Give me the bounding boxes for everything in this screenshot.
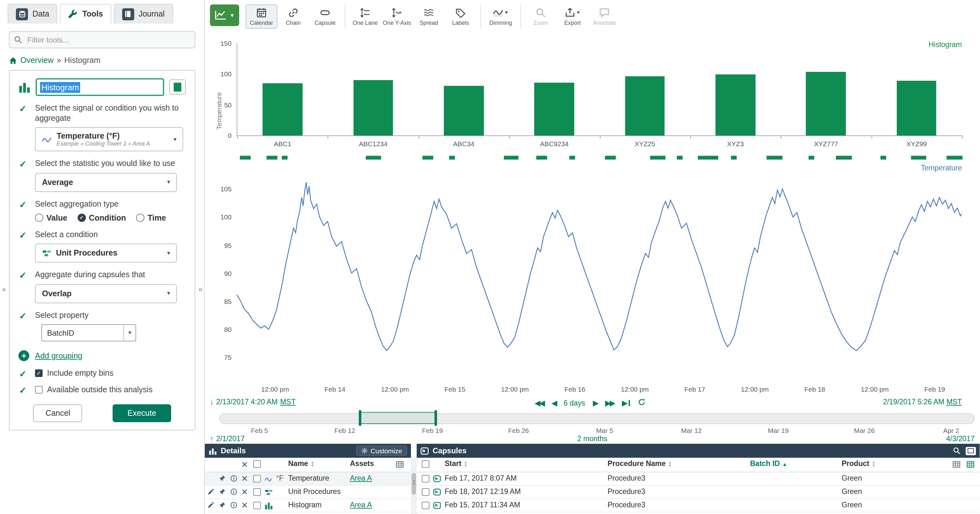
item-name[interactable]: Temperature [288, 474, 329, 482]
condition-dropdown[interactable]: Unit Procedures [35, 243, 177, 263]
toolbar-dimming[interactable]: Dimming [485, 5, 517, 29]
step-to-end-icon[interactable] [622, 398, 630, 408]
hist-bar-abc1[interactable] [263, 83, 302, 135]
capsule-marker[interactable] [677, 156, 682, 160]
available-outside-checkbox[interactable] [35, 386, 43, 394]
capsule-marker[interactable] [957, 156, 963, 160]
pin-icon[interactable] [219, 488, 226, 497]
capsule-marker[interactable] [513, 156, 519, 160]
toolbar-capsule[interactable]: Capsule [309, 5, 341, 29]
display-range-start[interactable]: ↓ 2/13/2017 4:20 AM MST [210, 398, 296, 406]
hist-bar-abc1234[interactable] [353, 80, 393, 135]
hist-bar-xyz3[interactable] [715, 75, 755, 135]
add-grouping-link[interactable]: Add grouping [35, 352, 83, 360]
view-selector-button[interactable] [210, 5, 239, 26]
capsule-marker[interactable] [245, 156, 250, 160]
details-row[interactable]: °F Temperature Area A [205, 472, 411, 486]
edit-icon[interactable] [207, 488, 215, 497]
capsule-marker[interactable] [921, 156, 926, 160]
add-column-icon[interactable] [396, 460, 404, 470]
item-name[interactable]: Unit Procedures [288, 488, 340, 495]
collapse-panel-icon[interactable] [966, 447, 976, 455]
color-swatch-button[interactable] [169, 79, 186, 95]
hist-bar-xyz99[interactable] [897, 81, 936, 135]
row-checkbox[interactable] [253, 488, 261, 496]
assets-column-header[interactable]: Assets [350, 460, 374, 467]
capsules-search-icon[interactable] [953, 447, 961, 455]
remove-icon[interactable] [241, 475, 248, 483]
trend-plot-area[interactable] [237, 162, 962, 381]
scrollbar-handle[interactable] [412, 473, 416, 495]
overlap-dropdown[interactable]: Overlap [35, 284, 177, 303]
customize-button[interactable]: Customize [356, 446, 407, 456]
capsule-lane[interactable] [237, 154, 962, 162]
hist-bar-abc9234[interactable] [535, 82, 574, 135]
signal-dropdown[interactable]: Temperature (°F) Example » Cooling Tower… [35, 127, 183, 152]
investigate-range-start[interactable]: ↑ 2/1/2017 [210, 435, 245, 443]
remove-all-icon[interactable] [241, 461, 248, 469]
capsule-row[interactable]: Feb 15, 2017 11:43 PM Procedure3 Green [417, 512, 980, 514]
capsule-marker[interactable] [809, 156, 815, 160]
toolbar-annotate[interactable]: Annotate [589, 5, 620, 29]
pin-icon[interactable] [219, 501, 226, 510]
property-select[interactable]: BatchID [41, 325, 136, 342]
investigate-range-duration[interactable]: 2 months [578, 435, 608, 443]
display-range-start-tz[interactable]: MST [280, 398, 296, 406]
batch-id-column-header[interactable]: Batch ID [750, 460, 787, 467]
capsule-marker[interactable] [659, 156, 665, 160]
capsule-checkbox[interactable] [422, 488, 430, 496]
hist-bar-xyz25[interactable] [625, 76, 665, 135]
capsule-marker[interactable] [375, 156, 381, 160]
window-right-handle[interactable] [434, 410, 437, 426]
remove-icon[interactable] [241, 488, 248, 497]
duration-label[interactable]: 6 days [564, 399, 585, 407]
investigate-range-end[interactable]: 4/3/2017 [946, 435, 975, 443]
capsule-marker[interactable] [610, 156, 616, 160]
toolbar-export[interactable]: Export [557, 5, 589, 29]
step-back-fast-icon[interactable] [535, 398, 544, 408]
info-icon[interactable] [230, 501, 237, 510]
temperature-line[interactable] [237, 162, 962, 381]
toolbar-zoom[interactable]: Zoom [525, 5, 557, 29]
window-left-handle[interactable] [359, 410, 361, 426]
details-row[interactable]: Histogram Area A [205, 499, 411, 512]
remove-icon[interactable] [241, 501, 248, 510]
start-column-header[interactable]: Start [445, 460, 467, 467]
capsule-marker[interactable] [449, 156, 455, 160]
edit-icon[interactable] [207, 501, 215, 510]
toolbar-spread[interactable]: Spread [413, 5, 445, 29]
info-icon[interactable] [230, 475, 237, 483]
capsule-marker[interactable] [570, 156, 575, 160]
refresh-icon[interactable] [638, 398, 646, 408]
toolbar-one-lane[interactable]: One Lane [349, 5, 381, 29]
home-icon[interactable] [9, 56, 17, 65]
name-column-header[interactable]: Name [288, 460, 314, 467]
info-icon[interactable] [230, 488, 237, 497]
capsule-marker[interactable] [846, 156, 851, 160]
capsule-row[interactable]: Feb 18, 2017 12:19 AM Procedure3 Green [417, 486, 980, 499]
display-range-end[interactable]: 2/19/2017 5:26 AM MST [883, 398, 962, 406]
capsule-marker[interactable] [881, 156, 886, 160]
display-range-end-tz[interactable]: MST [946, 398, 962, 406]
tab-tools[interactable]: Tools [60, 4, 111, 24]
collapse-panel-handle-outer[interactable] [2, 285, 6, 294]
capsule-row[interactable]: Feb 17, 2017 8:07 AM Procedure3 Green [417, 472, 980, 486]
capsule-marker[interactable] [428, 156, 433, 160]
tool-name-input[interactable]: Histogram [36, 78, 164, 96]
tab-data[interactable]: Data [8, 4, 57, 24]
row-checkbox[interactable] [253, 501, 261, 509]
procedure-name-column-header[interactable]: Procedure Name [608, 460, 672, 467]
overview-selection-window[interactable] [360, 412, 436, 424]
trend-legend[interactable]: Temperature [921, 164, 962, 172]
capsule-checkbox[interactable] [422, 475, 430, 482]
pin-icon[interactable] [219, 475, 226, 483]
capsules-select-all-checkbox[interactable] [422, 460, 430, 468]
plus-circle-icon[interactable] [18, 351, 29, 362]
step-back-icon[interactable] [551, 398, 556, 408]
toolbar-labels[interactable]: Labels [445, 5, 476, 29]
toolbar-one-y-axis[interactable]: One Y-Axis [381, 5, 413, 29]
item-name[interactable]: Histogram [288, 501, 321, 509]
statistic-dropdown[interactable]: Average [35, 173, 177, 192]
details-scrollbar[interactable] [411, 458, 417, 514]
capsule-marker[interactable] [777, 156, 783, 160]
